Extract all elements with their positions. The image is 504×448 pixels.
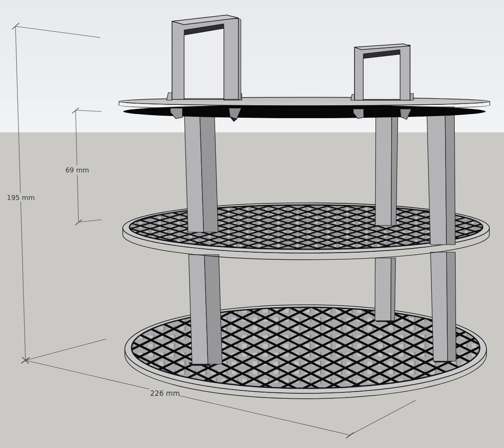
- leg-back-right-upper: [375, 107, 398, 225]
- ground-plane: [0, 132, 504, 448]
- right-handle: [351, 44, 413, 100]
- left-handle-side-face: [238, 18, 241, 99]
- cad-stage: 195 mm 69 mm 226 mm: [0, 0, 504, 448]
- bottom-shelf-mesh: [132, 307, 480, 388]
- leg-front-right-upper: [427, 107, 455, 245]
- leg-front-left-upper: [184, 107, 218, 232]
- shelf-gap-label: 69 mm: [66, 166, 89, 174]
- leg-front-left-lower: [189, 255, 222, 364]
- right-handle-opening: [363, 54, 400, 99]
- base-diameter-label: 226 mm: [150, 389, 180, 397]
- left-handle: [167, 15, 242, 100]
- leg-front-right-lower: [431, 252, 456, 361]
- left-handle-opening: [184, 28, 224, 99]
- cad-viewport[interactable]: 195 mm 69 mm 226 mm: [0, 0, 504, 448]
- leg-back-right-lower: [375, 258, 395, 321]
- total-height-label: 195 mm: [7, 194, 35, 202]
